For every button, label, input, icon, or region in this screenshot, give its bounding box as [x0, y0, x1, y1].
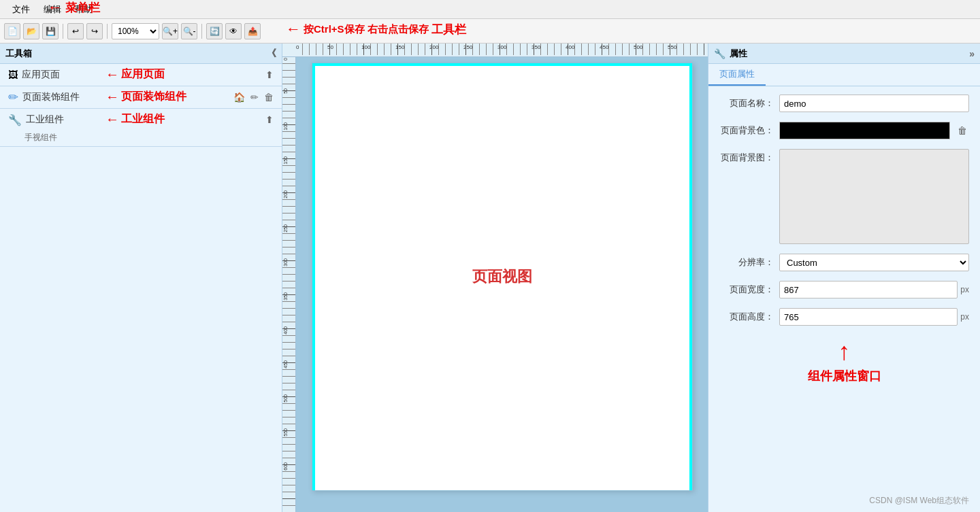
- main-layout: 工具箱 《 🖼 应用页面 ⬆ ← 应用页面 ✏ 页面装: [0, 44, 980, 512]
- ruler-left-inner: 0 50 100 150 200 250 300 350 400 450 500…: [282, 57, 295, 512]
- industrial-label: 工业组件: [26, 114, 64, 126]
- expand-icon[interactable]: »: [969, 48, 975, 59]
- home-icon[interactable]: 🏠: [233, 92, 245, 103]
- page-bg-image-label: 页面背景图：: [719, 152, 774, 164]
- section-page-dec: ✏ 页面装饰组件 🏠 ✏ 🗑 ← 页面装饰组件: [0, 86, 282, 109]
- prop-row-bg-image: 页面背景图：: [719, 149, 969, 244]
- ruler-left: 0 50 100 150 200 250 300 350 400 450 500…: [282, 57, 296, 512]
- prop-row-resolution: 分辨率： Custom 800x600 1024x768 1280x720 19…: [719, 254, 969, 271]
- new-button[interactable]: 📄: [4, 23, 20, 39]
- component-prop-annotation-wrap: ↑ 组件属性窗口: [719, 339, 969, 384]
- menu-edit[interactable]: 编辑: [37, 2, 68, 17]
- menu-bar: 文件 编辑 帮助 ← 菜单栏: [0, 0, 980, 19]
- ruler-top: 0 50 100 150 200 250 300 350 400 450 500: [282, 44, 708, 57]
- app-pages-icon: 🖼: [8, 69, 18, 80]
- edit-icon[interactable]: ✏: [250, 92, 259, 103]
- page-height-input[interactable]: [779, 308, 958, 326]
- properties-tabs: 页面属性: [708, 64, 980, 86]
- wrench-icon: 🔧: [714, 48, 725, 59]
- page-width-label: 页面宽度：: [719, 284, 774, 296]
- page-dec-actions: 🏠 ✏ 🗑: [233, 92, 274, 103]
- page-height-label: 页面高度：: [719, 311, 774, 323]
- sep3: [201, 24, 202, 39]
- csdn-watermark: CSDN @ISM Web组态软件: [869, 495, 969, 507]
- prop-row-page-height: 页面高度： px: [719, 308, 969, 326]
- menu-file[interactable]: 文件: [5, 2, 37, 17]
- canvas-with-ruler: 0 50 100 150 200 250 300 350 400 450 500…: [282, 57, 708, 512]
- properties-content: 页面名称： 页面背景色： 🗑 页面背景图： 分辨率： Custom 800x60…: [708, 86, 980, 512]
- tab-page-properties[interactable]: 页面属性: [708, 64, 766, 86]
- section-industrial-header[interactable]: 🔧 工业组件 ⬆: [0, 109, 282, 131]
- delete-icon[interactable]: 🗑: [264, 92, 274, 103]
- section-app-pages-header[interactable]: 🖼 应用页面 ⬆: [0, 64, 282, 86]
- app-pages-label: 应用页面: [22, 69, 60, 81]
- publish-button[interactable]: 📤: [244, 23, 261, 39]
- page-height-input-wrap: px: [779, 308, 969, 326]
- left-panel: 工具箱 《 🖼 应用页面 ⬆ ← 应用页面 ✏ 页面装: [0, 44, 282, 512]
- refresh-button[interactable]: 🔄: [206, 23, 223, 39]
- industrial-actions: ⬆: [265, 114, 274, 125]
- section-industrial: 🔧 工业组件 ⬆ 手视组件 ← 工业组件: [0, 109, 282, 147]
- resolution-label: 分辨率：: [719, 256, 774, 269]
- center-area: 0 50 100 150 200 250 300 350 400 450 500: [282, 44, 708, 512]
- right-panel-header: 🔧 属性 »: [708, 44, 980, 64]
- open-button[interactable]: 📂: [23, 23, 39, 39]
- section-page-dec-header[interactable]: ✏ 页面装饰组件 🏠 ✏ 🗑: [0, 86, 282, 108]
- undo-button[interactable]: ↩: [67, 23, 84, 39]
- prop-row-page-name: 页面名称：: [719, 95, 969, 112]
- prop-row-page-width: 页面宽度： px: [719, 281, 969, 298]
- right-panel-title: 属性: [730, 48, 747, 60]
- canvas-viewport[interactable]: 页面视图: [296, 57, 708, 512]
- canvas-top-border: [312, 63, 692, 66]
- zoom-out-button[interactable]: 🔍-: [181, 23, 197, 39]
- app-pages-actions: ⬆: [265, 69, 274, 80]
- page-height-unit: px: [960, 312, 969, 322]
- page-bg-color-box[interactable]: [779, 122, 950, 139]
- page-name-label: 页面名称：: [719, 97, 774, 109]
- add-page-icon[interactable]: ⬆: [265, 69, 274, 80]
- sep2: [107, 24, 108, 39]
- canvas-right-border: [689, 63, 692, 490]
- component-prop-annotation: 组件属性窗口: [808, 368, 881, 384]
- page-bg-color-delete[interactable]: 🗑: [956, 122, 969, 139]
- redo-button[interactable]: ↪: [86, 23, 103, 39]
- ruler-marks-top: 0 50 100 150 200 250 300 350 400 450 500: [296, 44, 708, 55]
- page-name-input[interactable]: [779, 95, 969, 112]
- prop-row-bg-color: 页面背景色： 🗑: [719, 122, 969, 139]
- add-industrial-icon[interactable]: ⬆: [265, 114, 274, 125]
- toolbox-header-icons: 《: [267, 48, 276, 60]
- section-app-pages: 🖼 应用页面 ⬆ ← 应用页面: [0, 64, 282, 86]
- toolbox-collapse-icon[interactable]: 《: [267, 48, 276, 60]
- toolbox-title: 工具箱: [5, 48, 32, 60]
- page-bg-color-label: 页面背景色：: [719, 124, 774, 137]
- zoom-in-button[interactable]: 🔍+: [162, 23, 178, 39]
- resolution-select[interactable]: Custom 800x600 1024x768 1280x720 1920x10…: [779, 254, 969, 271]
- canvas-page-label: 页面视图: [472, 267, 532, 287]
- page-width-input-wrap: px: [779, 281, 969, 298]
- menu-help[interactable]: 帮助: [68, 2, 99, 17]
- zoom-select[interactable]: 100% 50% 75% 125% 150% 200%: [112, 23, 159, 39]
- toolbox-header: 工具箱 《: [0, 44, 282, 64]
- page-dec-icon: ✏: [8, 90, 18, 105]
- preview-button[interactable]: 👁: [225, 23, 242, 39]
- menubar-wrapper: 文件 编辑 帮助 ← 菜单栏: [0, 0, 980, 19]
- page-dec-label: 页面装饰组件: [22, 91, 80, 103]
- industrial-icon: 🔧: [8, 114, 22, 126]
- page-bg-image-area[interactable]: [779, 149, 969, 244]
- toolbar-annotation: ← 按Ctrl+S保存 右击点击保存 工具栏: [286, 20, 466, 38]
- right-panel: 🔧 属性 » 页面属性 页面名称： 页面背景色： 🗑 页面背景图：: [708, 44, 980, 512]
- annotation-arrow-up: ↑: [838, 339, 851, 364]
- canvas-page: 页面视图: [312, 63, 693, 491]
- save-button[interactable]: 💾: [42, 23, 59, 39]
- toolbar: 📄 📂 💾 ↩ ↪ 100% 50% 75% 125% 150% 200% 🔍+…: [0, 19, 980, 44]
- page-width-input[interactable]: [779, 281, 958, 298]
- page-width-unit: px: [960, 285, 969, 294]
- sep1: [63, 24, 63, 39]
- canvas-left-border: [312, 63, 315, 490]
- industrial-sub: 手视组件: [0, 131, 282, 146]
